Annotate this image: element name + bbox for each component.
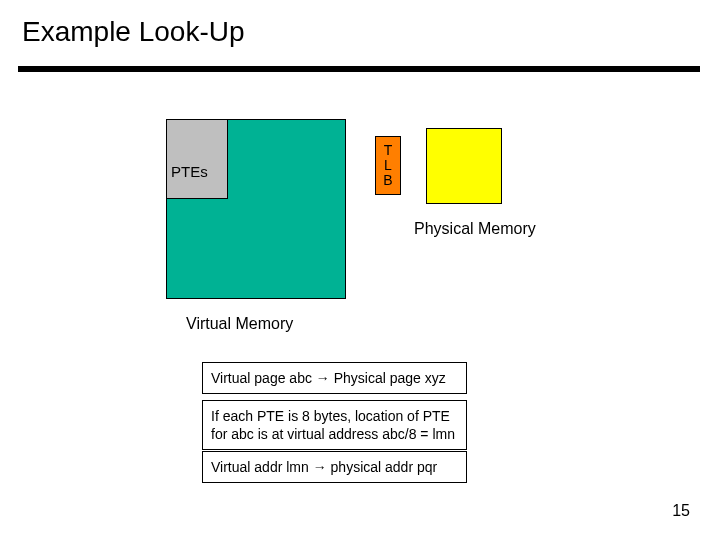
pte-box: PTEs [166,119,228,199]
explain-3-post: physical addr pqr [327,459,438,475]
page-number: 15 [672,502,690,520]
tlb-letter-b: B [383,173,392,188]
tlb-letter-l: L [384,158,392,173]
pte-label: PTEs [167,139,208,180]
title-rule [18,66,700,72]
explain-3-pre: Virtual addr lmn [211,459,313,475]
arrow-icon: → [316,369,330,387]
slide-title: Example Look-Up [22,16,245,48]
explain-1-pre: Virtual page abc [211,370,316,386]
explain-2-text: If each PTE is 8 bytes, location of PTE … [211,408,455,442]
explain-row-1: Virtual page abc → Physical page xyz [202,362,467,394]
virtual-memory-label: Virtual Memory [186,315,293,333]
explain-row-3: Virtual addr lmn → physical addr pqr [202,451,467,483]
tlb-letter-t: T [384,143,393,158]
explain-row-2: If each PTE is 8 bytes, location of PTE … [202,400,467,450]
physical-memory-box [426,128,502,204]
explain-1-post: Physical page xyz [330,370,446,386]
tlb-box: T L B [375,136,401,195]
physical-memory-label: Physical Memory [414,220,536,238]
arrow-icon: → [313,458,327,476]
